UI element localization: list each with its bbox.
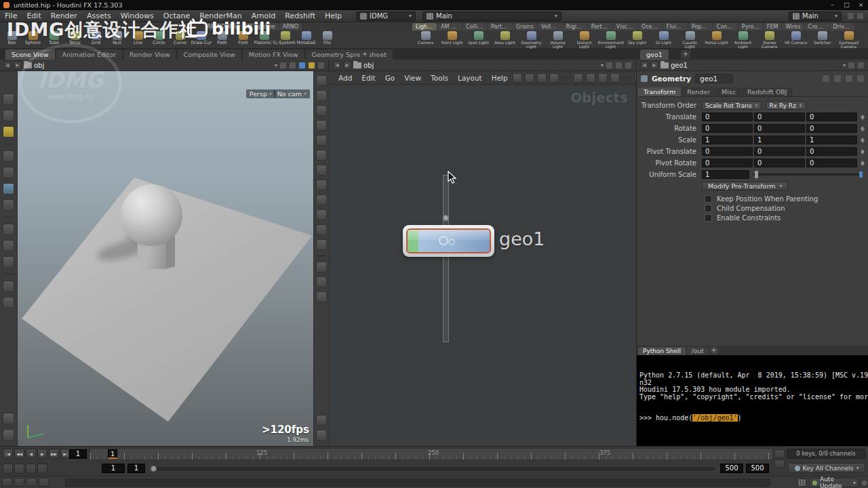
playhead[interactable]: 1 — [108, 449, 117, 459]
link-icon[interactable] — [833, 75, 842, 83]
shelf-tool[interactable]: Switcher — [809, 30, 835, 49]
ao-toggle-icon[interactable] — [316, 209, 327, 220]
shelf-tab[interactable]: Drive Sim — [830, 23, 854, 30]
shelf-tab[interactable]: FEM — [764, 23, 782, 30]
parameter-checkbox[interactable]: Child Compensation — [637, 203, 868, 213]
network-canvas[interactable]: Objects geo1 — [330, 85, 636, 446]
sync-icon[interactable] — [848, 62, 855, 69]
network-menu-item[interactable]: Layout — [453, 74, 487, 82]
network-menu-item[interactable]: Add — [334, 74, 357, 82]
path-text[interactable]: obj — [363, 62, 374, 69]
grid-toggle-icon[interactable] — [316, 165, 327, 176]
shelf-tool[interactable]: Caustic Light — [677, 30, 703, 49]
pin-icon[interactable] — [289, 62, 296, 69]
pane-tab[interactable]: Geometry Spreadsheet — [306, 49, 393, 60]
shelf-tool[interactable]: File — [317, 30, 338, 49]
shelf-tool[interactable]: Metaball — [296, 30, 317, 49]
wire-style-icon[interactable] — [549, 73, 559, 83]
range-slider-handle[interactable] — [151, 466, 157, 472]
display-options-icon[interactable] — [525, 73, 534, 83]
new-pane-tab-button[interactable]: + — [681, 50, 690, 59]
menu-item[interactable]: Help — [320, 12, 347, 20]
parameter-value-field[interactable]: 0 — [806, 159, 857, 167]
shelf-tool[interactable]: Gamepad Camera — [835, 30, 862, 49]
background-toggle-icon[interactable] — [316, 239, 327, 250]
shelf-tool[interactable]: GI Light — [650, 30, 677, 49]
value-ladder-icon[interactable] — [859, 124, 866, 133]
next-key-button[interactable]: ▶▶ — [49, 449, 59, 459]
parameter-checkbox[interactable]: Keep Position When Parenting — [637, 194, 868, 203]
window-layout-icon[interactable] — [847, 12, 854, 20]
thumbnails-icon[interactable] — [598, 73, 608, 83]
shelf-tool[interactable]: Area Light — [492, 30, 518, 49]
translate-tool-icon[interactable] — [3, 150, 14, 162]
path-text[interactable]: geo1 — [671, 62, 688, 69]
snap-tool-icon[interactable] — [3, 224, 14, 235]
menu-item[interactable]: Redshift — [280, 12, 320, 20]
play-button[interactable]: ▶ — [37, 449, 47, 459]
chevron-down-icon[interactable]: ▾ — [843, 62, 846, 68]
desktop-selector[interactable]: Main ▾ — [422, 12, 561, 21]
range-start-field[interactable]: 1 — [102, 464, 125, 473]
pin-icon[interactable] — [857, 62, 865, 69]
shelf-tab[interactable]: ARNO — [279, 23, 302, 30]
shadow-toggle-icon[interactable] — [316, 195, 327, 205]
gear-icon[interactable] — [845, 75, 853, 83]
close-button[interactable]: × — [854, 0, 868, 10]
grid-icon[interactable] — [317, 62, 325, 69]
message-log-icon[interactable] — [26, 478, 37, 487]
parameter-value-field[interactable]: 0 — [702, 159, 753, 167]
timeline-ruler[interactable]: 125250375 1 — [90, 448, 773, 460]
display-toggle-icon[interactable] — [3, 413, 14, 424]
prev-key-button[interactable]: ◀◀ — [14, 449, 24, 459]
playback-end-field[interactable]: 500 — [720, 464, 743, 473]
lighting-toggle-icon[interactable] — [316, 180, 327, 190]
value-ladder-icon[interactable] — [859, 147, 866, 156]
new-pane-tab-button[interactable]: + — [360, 50, 370, 59]
pointer-tool-icon[interactable] — [3, 94, 14, 105]
view-menu-button[interactable]: Persp ▾ — [246, 89, 275, 98]
shelf-tab[interactable]: AM LookDev — [437, 23, 462, 30]
python-console[interactable]: Python 2.7.15 (default, Apr 8 2019, 15:3… — [637, 355, 868, 446]
shelf-tab[interactable]: Rigid Bodies — [563, 23, 587, 30]
range-slider[interactable] — [151, 467, 715, 470]
node-input-connector[interactable] — [443, 215, 449, 221]
minimize-button[interactable]: – — [825, 0, 840, 10]
parameter-tab[interactable]: Render — [682, 87, 715, 96]
uniform-scale-slider[interactable] — [753, 174, 861, 176]
value-ladder-icon[interactable] — [859, 159, 866, 167]
audio-toggle-icon[interactable] — [14, 464, 24, 474]
cook-mode-icon[interactable] — [797, 479, 806, 487]
list-view-icon[interactable] — [574, 73, 583, 83]
shelf-tab[interactable]: Particles — [488, 23, 512, 30]
value-ladder-icon[interactable] — [859, 136, 866, 144]
maximize-button[interactable]: □ — [840, 0, 854, 10]
shelf-tab[interactable]: Pyro FX — [738, 23, 763, 30]
view-mask-icon[interactable] — [316, 262, 327, 272]
loop-mode-icon[interactable] — [26, 464, 36, 474]
safe-area-icon[interactable] — [316, 277, 327, 287]
perspective-icon[interactable] — [316, 75, 327, 86]
shelf-tool[interactable]: Stereo Camera — [756, 30, 783, 49]
sphere-object[interactable] — [121, 184, 182, 246]
parameter-tab[interactable]: Redshift OBJ — [742, 87, 792, 96]
help-icon[interactable] — [3, 429, 14, 441]
shelf-tab[interactable]: Grains — [513, 23, 537, 30]
play-reverse-button[interactable]: ◀ — [26, 449, 36, 459]
path-forward-button[interactable]: ▶ — [343, 61, 351, 69]
smooth-shading-icon[interactable] — [316, 120, 327, 131]
shelf-tool[interactable]: Point Light — [439, 30, 465, 49]
parameter-value-field[interactable]: 0 — [702, 124, 753, 133]
shelf-tab[interactable]: Viscous Fl — [613, 23, 637, 30]
wireframe-icon[interactable] — [316, 105, 327, 116]
parameter-value-field[interactable]: 0 — [754, 124, 805, 133]
realtime-toggle-icon[interactable] — [3, 464, 13, 474]
path-back-button[interactable]: ◀ — [333, 61, 341, 69]
shell-tab[interactable]: Python Shell — [638, 347, 686, 355]
geo-node[interactable] — [403, 225, 494, 257]
grid-icon[interactable] — [625, 62, 632, 69]
handle-tool-icon[interactable] — [3, 199, 14, 211]
network-menu-item[interactable]: Go — [380, 74, 400, 82]
parameter-checkbox[interactable]: Enable Constraints — [637, 213, 868, 222]
shelf-tab[interactable]: Collisions — [462, 23, 487, 30]
